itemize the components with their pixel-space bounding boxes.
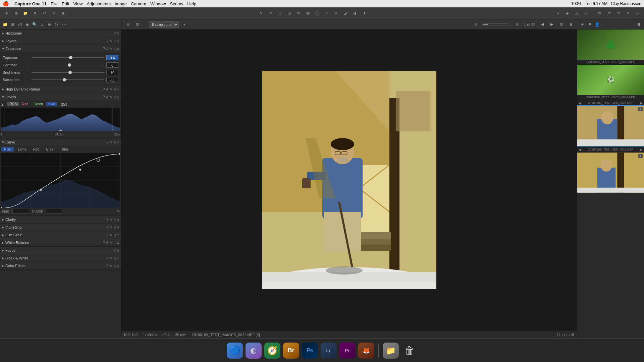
grid-view-2[interactable]: ⊞ <box>124 21 131 28</box>
focus-question[interactable]: ? <box>114 249 116 252</box>
exposure-auto[interactable]: A <box>106 47 108 51</box>
levels-question[interactable]: ? <box>103 95 105 99</box>
curve-header[interactable]: ▶ Curve ? ✎ ⎘ ≡ <box>0 138 121 146</box>
vignetting-copy[interactable]: ⎘ <box>114 226 116 229</box>
nav-arrow-right-1[interactable]: ▶ <box>640 101 643 105</box>
film-grain-copy[interactable]: ⎘ <box>114 233 116 237</box>
warning-btn[interactable]: △ <box>573 9 581 17</box>
levels-tab-blue[interactable]: Blue <box>46 102 57 106</box>
histogram-menu[interactable]: ≡ <box>117 32 119 35</box>
settings-icon[interactable]: ⚙ <box>46 21 52 27</box>
gradient-tool[interactable]: ◑ <box>351 9 359 17</box>
nav-arrow-left-2[interactable]: ◀ <box>579 148 581 152</box>
curve-menu[interactable]: ≡ <box>117 140 119 144</box>
dock-premiere[interactable]: Pr <box>339 343 356 359</box>
add-view-btn[interactable]: + <box>181 21 188 28</box>
folder-icon[interactable]: 📁 <box>2 21 8 27</box>
menu-view[interactable]: View <box>73 1 83 6</box>
exposure-pencil[interactable]: ✎ <box>110 47 112 51</box>
picker-tool[interactable]: ✦ <box>360 9 368 17</box>
next-btn[interactable]: ▶ <box>548 21 555 28</box>
layers-menu[interactable]: ≡ <box>117 39 119 43</box>
histogram-header[interactable]: ▶ Histogram ? ≡ <box>0 29 121 37</box>
wb-menu[interactable]: ≡ <box>117 241 119 245</box>
ce-menu[interactable]: ≡ <box>117 264 119 268</box>
straighten-tool[interactable]: ◫ <box>285 9 293 17</box>
thumbnail-4[interactable]: 3 · · · · · <box>577 153 644 193</box>
exposure-track[interactable] <box>32 57 104 58</box>
exposure-copy[interactable]: ⎘ <box>114 47 116 51</box>
layers-add[interactable]: + <box>114 39 116 43</box>
curve-canvas[interactable] <box>1 153 120 208</box>
saturation-track[interactable] <box>32 79 104 80</box>
fullscreen-btn[interactable]: ⊞ <box>513 21 521 28</box>
dock-folder[interactable]: 📁 <box>383 343 399 359</box>
thumbnail-1[interactable]: 🌲 · · · · · 20180109_TEST...AGES_0003.NE… <box>577 29 644 65</box>
nav-arrow-left-1[interactable]: ◀ <box>579 101 581 105</box>
output-value[interactable] <box>46 209 62 214</box>
exposure-header[interactable]: ▶ Exposure ? A ✎ ⎘ ≡ <box>0 45 121 52</box>
levels-auto[interactable]: A <box>106 95 108 99</box>
zoom-slider[interactable] <box>482 23 509 25</box>
apply-btn[interactable]: ↻ <box>614 9 623 17</box>
crop-tool[interactable]: ⊡ <box>276 9 284 17</box>
pause-btn[interactable]: ⏸ <box>567 21 574 28</box>
wb-copy[interactable]: ⎘ <box>114 241 116 245</box>
levels-tool[interactable]: ▤ <box>304 9 312 17</box>
wb-auto[interactable]: A <box>106 241 108 245</box>
levels-white-point[interactable]: 255 <box>114 132 120 136</box>
compare-btn[interactable]: ⊡ <box>557 21 565 28</box>
curve-tab-green[interactable]: Green <box>43 147 58 152</box>
undo-btn[interactable]: ↩ <box>40 9 48 17</box>
curve-copy[interactable]: ⎘ <box>114 140 116 144</box>
clone-tool[interactable]: ⎘ <box>323 9 331 17</box>
infinity-btn[interactable]: ∞ <box>582 9 590 17</box>
import-btn[interactable]: ⬇ <box>3 9 11 17</box>
menu-camera[interactable]: Camera <box>131 1 146 6</box>
film-grain-header[interactable]: ▶ Film Grain ? ✎ ⎘ ≡ <box>0 231 121 239</box>
wb-question[interactable]: ? <box>103 241 105 245</box>
layers-pencil[interactable]: ✎ <box>110 39 112 43</box>
edit-btn[interactable]: ✎ <box>624 9 632 17</box>
nav-arrow-right-2[interactable]: ▶ <box>640 148 643 152</box>
menu-file[interactable]: File <box>51 1 58 6</box>
hdr-header[interactable]: ▶ High Dynamic Range ? A ✎ ⎘ ≡ <box>0 85 121 93</box>
menu-adjustments[interactable]: Adjustments <box>87 1 111 6</box>
hdr-question[interactable]: ? <box>103 87 105 91</box>
dock-photoshop[interactable]: Ps <box>302 343 318 359</box>
brightness-track[interactable] <box>32 72 104 73</box>
browse-btn[interactable]: 📁 <box>21 9 30 17</box>
redo-btn[interactable]: ↪ <box>50 9 58 17</box>
bw-question[interactable]: ? <box>107 256 109 260</box>
focus-menu[interactable]: ≡ <box>117 249 119 252</box>
curve-tab-red[interactable]: Red <box>31 147 42 152</box>
levels-pencil[interactable]: ✎ <box>110 95 112 99</box>
flag-icon[interactable]: ⚑ <box>587 21 593 27</box>
clarity-question[interactable]: ? <box>107 218 109 222</box>
film-grain-menu[interactable]: ≡ <box>117 233 119 237</box>
saturation-value[interactable]: -11 <box>106 77 118 82</box>
histogram-question[interactable]: ? <box>114 32 116 35</box>
background-select[interactable]: Background <box>149 21 179 28</box>
exposure-menu[interactable]: ≡ <box>117 47 119 51</box>
grid-icon-bar[interactable]: ⊞ <box>571 333 574 337</box>
hdr-auto[interactable]: A <box>106 87 108 91</box>
cursor-tool[interactable]: ↖ <box>257 9 265 17</box>
dock-app[interactable]: 🦊 <box>358 343 374 359</box>
dock-safari[interactable]: 🧭 <box>264 343 280 359</box>
pause-icon[interactable]: ⏸ <box>636 21 642 27</box>
levels-copy[interactable]: ⎘ <box>114 95 116 99</box>
menu-help[interactable]: Help <box>187 1 196 6</box>
menu-edit[interactable]: Edit <box>62 1 69 6</box>
tag-icon[interactable]: 🏷 <box>17 21 23 27</box>
ce-pencil[interactable]: ✎ <box>110 264 112 268</box>
contrast-value[interactable]: 6 <box>106 62 118 68</box>
vignetting-menu[interactable]: ≡ <box>117 226 119 229</box>
input-value[interactable] <box>12 209 29 214</box>
curve-pencil[interactable]: ✎ <box>110 140 112 144</box>
menu-window[interactable]: Window <box>150 1 166 6</box>
curve-tab-luma[interactable]: Luma <box>15 147 29 152</box>
curve-tab-blue[interactable]: Blue <box>59 147 71 152</box>
brush-tool[interactable]: 🖌 <box>341 9 350 17</box>
contrast-track[interactable] <box>32 65 104 65</box>
